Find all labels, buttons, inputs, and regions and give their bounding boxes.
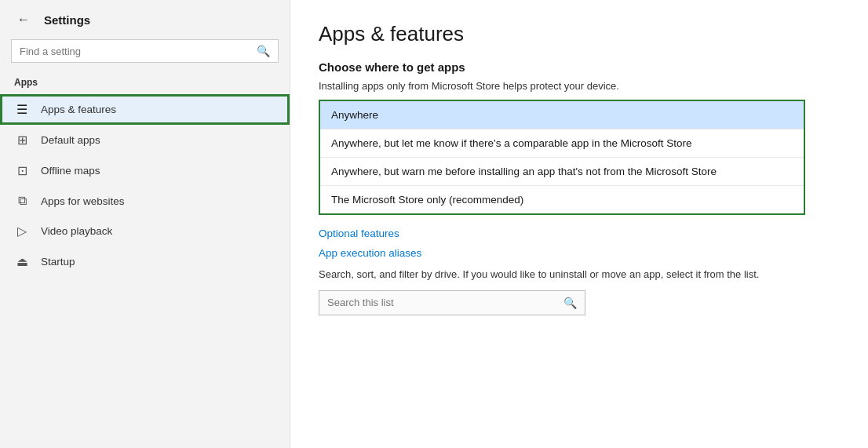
- page-title: Apps & features: [319, 22, 840, 46]
- optional-features-link[interactable]: Optional features: [319, 228, 840, 239]
- startup-icon: ⏏: [14, 254, 30, 269]
- get-apps-dropdown[interactable]: Anywhere Anywhere, but let me know if th…: [319, 100, 805, 215]
- offline-maps-icon: ⊡: [14, 163, 30, 178]
- sidebar-item-label: Startup: [41, 256, 75, 268]
- list-search-input[interactable]: [327, 297, 557, 308]
- dropdown-option-anywhere-warn[interactable]: Anywhere, but warn me before installing …: [320, 158, 804, 186]
- apps-websites-icon: ⧉: [14, 194, 30, 208]
- find-setting-input[interactable]: [20, 46, 250, 57]
- app-execution-link[interactable]: App execution aliases: [319, 247, 840, 259]
- find-setting-box[interactable]: 🔍: [11, 39, 279, 63]
- list-search-icon: 🔍: [563, 297, 577, 309]
- apps-features-icon: ☰: [14, 102, 30, 117]
- list-search-box[interactable]: 🔍: [319, 290, 585, 315]
- sidebar-item-default-apps[interactable]: ⊞ Default apps: [0, 125, 290, 155]
- dropdown-option-anywhere[interactable]: Anywhere: [320, 101, 804, 129]
- description-text: Installing apps only from Microsoft Stor…: [319, 80, 840, 92]
- search-sort-desc: Search, sort, and filter by drive. If yo…: [319, 267, 840, 282]
- sidebar-nav: ☰ Apps & features ⊞ Default apps ⊡ Offli…: [0, 94, 290, 277]
- default-apps-icon: ⊞: [14, 133, 30, 148]
- sidebar-item-label: Apps for websites: [41, 195, 125, 207]
- sidebar-item-offline-maps[interactable]: ⊡ Offline maps: [0, 155, 290, 186]
- sidebar: ← Settings 🔍 Apps ☰ Apps & features ⊞ De…: [0, 0, 290, 448]
- main-content: Apps & features Choose where to get apps…: [290, 0, 868, 448]
- section-heading: Choose where to get apps: [319, 60, 840, 74]
- sidebar-item-apps-websites[interactable]: ⧉ Apps for websites: [0, 186, 290, 216]
- sidebar-item-label: Offline maps: [41, 165, 100, 177]
- sidebar-item-label: Video playback: [41, 225, 112, 237]
- sidebar-item-label: Default apps: [41, 134, 100, 146]
- sidebar-item-label: Apps & features: [41, 104, 116, 115]
- video-playback-icon: ▷: [14, 224, 30, 239]
- apps-section-label: Apps: [0, 74, 290, 94]
- sidebar-item-startup[interactable]: ⏏ Startup: [0, 246, 290, 277]
- dropdown-option-store-only[interactable]: The Microsoft Store only (recommended): [320, 186, 804, 213]
- sidebar-item-video-playback[interactable]: ▷ Video playback: [0, 216, 290, 246]
- sidebar-title: Settings: [44, 13, 90, 27]
- sidebar-header: ← Settings: [0, 0, 290, 36]
- dropdown-option-anywhere-notify[interactable]: Anywhere, but let me know if there's a c…: [320, 129, 804, 158]
- find-setting-search-icon[interactable]: 🔍: [257, 45, 270, 57]
- sidebar-item-apps-features[interactable]: ☰ Apps & features: [0, 94, 290, 125]
- back-button[interactable]: ←: [13, 11, 35, 28]
